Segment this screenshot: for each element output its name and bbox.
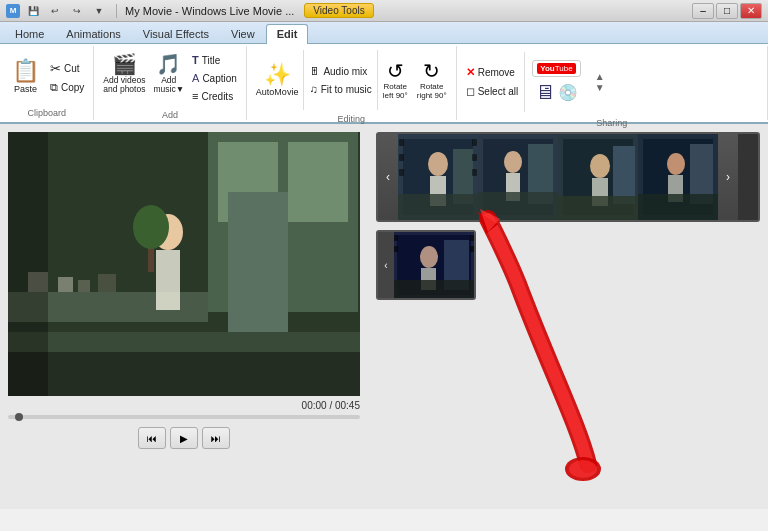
filmstrip-frame-2 xyxy=(478,134,558,220)
rotate-right-icon: ↻ xyxy=(423,59,440,83)
redo-quick-btn[interactable]: ↪ xyxy=(68,3,86,19)
rewind-button[interactable]: ⏮ xyxy=(138,427,166,449)
svg-point-60 xyxy=(565,457,601,481)
fit-to-music-button[interactable]: ♫ Fit to music xyxy=(306,81,374,97)
clip2-svg xyxy=(394,232,474,298)
automovie-icon: ✨ xyxy=(264,62,291,88)
progress-thumb[interactable] xyxy=(15,413,23,421)
main-content: 00:00 / 00:45 ⏮ ▶ ⏭ ‹ xyxy=(0,124,768,509)
cut-copy-col: ✂ Cut ⧉ Copy xyxy=(47,59,87,96)
window-title: My Movie - Windows Live Movie ... xyxy=(125,5,294,17)
filmstrip-left-nav[interactable]: ‹ xyxy=(378,134,398,220)
filmstrip-frame-4 xyxy=(638,134,718,220)
tab-view[interactable]: View xyxy=(220,24,266,43)
app-icon: M xyxy=(6,4,20,18)
svg-rect-27 xyxy=(472,154,477,161)
caption-button[interactable]: A Caption xyxy=(189,70,240,86)
select-all-icon: ◻ xyxy=(466,85,475,98)
svg-rect-26 xyxy=(472,139,477,146)
svg-rect-40 xyxy=(558,196,638,220)
svg-rect-3 xyxy=(288,142,348,222)
svg-rect-34 xyxy=(478,192,558,220)
rotate-left-button[interactable]: ↺ Rotateleft 90° xyxy=(380,57,411,103)
undo-quick-btn[interactable]: ↩ xyxy=(46,3,64,19)
svg-rect-22 xyxy=(398,194,478,220)
title-icon: T xyxy=(192,54,199,66)
save-quick-btn[interactable]: 💾 xyxy=(24,3,42,19)
close-button[interactable]: ✕ xyxy=(740,3,762,19)
qa-dropdown-btn[interactable]: ▼ xyxy=(90,3,108,19)
svg-point-43 xyxy=(667,153,685,175)
video-tools-badge: Video Tools xyxy=(304,3,373,18)
rotate-right-button[interactable]: ↻ Rotateright 90° xyxy=(414,57,450,103)
frame1-svg xyxy=(398,134,478,220)
title-button[interactable]: T Title xyxy=(189,52,240,68)
svg-rect-54 xyxy=(394,246,398,252)
frame3-svg xyxy=(558,134,638,220)
svg-rect-24 xyxy=(399,154,404,161)
red-arrow-annotation xyxy=(468,204,668,484)
filmstrip-row: ‹ xyxy=(376,132,760,222)
audio-mix-icon: 🎚 xyxy=(309,65,320,77)
remove-button[interactable]: ✕ Remove xyxy=(463,64,522,81)
playback-bar xyxy=(8,415,360,419)
ribbon-scroll-up[interactable]: ▲ xyxy=(592,71,608,82)
filmstrip-frame-3 xyxy=(558,134,638,220)
tab-animations[interactable]: Animations xyxy=(55,24,131,43)
add-music-icon: 🎵 xyxy=(156,52,181,76)
clip2-left-nav[interactable]: ‹ xyxy=(378,232,394,298)
video-preview xyxy=(8,132,360,396)
maximize-button[interactable]: □ xyxy=(716,3,738,19)
svg-point-19 xyxy=(428,152,448,176)
filmstrip-frame-1 xyxy=(398,134,478,220)
title-bar: M 💾 ↩ ↪ ▼ My Movie - Windows Live Movie … xyxy=(0,0,768,22)
svg-point-61 xyxy=(569,460,597,478)
svg-rect-16 xyxy=(8,352,360,396)
copy-button[interactable]: ⧉ Copy xyxy=(47,79,87,96)
frame4-svg xyxy=(638,134,718,220)
play-button[interactable]: ▶ xyxy=(170,427,198,449)
preview-area: 00:00 / 00:45 ⏮ ▶ ⏭ xyxy=(0,124,368,509)
tab-home[interactable]: Home xyxy=(4,24,55,43)
cut-button[interactable]: ✂ Cut xyxy=(47,59,87,78)
svg-rect-53 xyxy=(394,235,398,241)
svg-rect-46 xyxy=(638,194,718,220)
ribbon-tabs: Home Animations Visual Effects View Edit xyxy=(0,22,768,44)
add-group-label: Add xyxy=(162,108,178,120)
caption-icon: A xyxy=(192,72,199,84)
add-videos-icon: 🎬 xyxy=(112,52,137,76)
select-all-button[interactable]: ◻ Select all xyxy=(463,83,522,100)
svg-rect-52 xyxy=(394,280,474,298)
svg-rect-28 xyxy=(472,169,477,176)
editing-group: ✨ AutoMovie 🎚 Audio mix ♫ Fit to music ↺… xyxy=(247,46,457,120)
svg-rect-11 xyxy=(78,280,90,292)
tab-edit[interactable]: Edit xyxy=(266,24,309,44)
automovie-button[interactable]: ✨ AutoMovie xyxy=(253,60,302,100)
credits-button[interactable]: ≡ Credits xyxy=(189,88,240,104)
progress-track[interactable] xyxy=(8,415,360,419)
remove-label: Remove xyxy=(478,67,515,78)
add-music-button[interactable]: 🎵 Addmusic▼ xyxy=(150,50,187,97)
svg-rect-6 xyxy=(228,192,288,332)
ribbon-scroll-down[interactable]: ▼ xyxy=(592,82,608,93)
title-label: Title xyxy=(202,55,221,66)
tab-visual-effects[interactable]: Visual Effects xyxy=(132,24,220,43)
filmstrip-right-nav[interactable]: › xyxy=(718,134,738,220)
youtube-button[interactable]: YouTube xyxy=(532,60,580,77)
copy-label: Copy xyxy=(61,82,84,93)
svg-point-31 xyxy=(504,151,522,173)
youtube-icon: YouTube xyxy=(537,63,575,74)
window-controls: – □ ✕ xyxy=(692,3,762,19)
paste-button[interactable]: 📋 Paste xyxy=(6,58,45,96)
clip2-frame xyxy=(394,232,474,298)
add-videos-button[interactable]: 🎬 Add videosand photos xyxy=(100,50,148,97)
rotate-left-icon: ↺ xyxy=(387,59,404,83)
editing-group-label: Editing xyxy=(337,112,365,124)
fast-forward-button[interactable]: ⏭ xyxy=(202,427,230,449)
minimize-button[interactable]: – xyxy=(692,3,714,19)
audio-mix-button[interactable]: 🎚 Audio mix xyxy=(306,63,374,79)
svg-rect-25 xyxy=(399,169,404,176)
frame2-svg xyxy=(478,134,558,220)
second-clip: ‹ xyxy=(376,230,476,300)
red-arrow-svg xyxy=(468,204,688,494)
